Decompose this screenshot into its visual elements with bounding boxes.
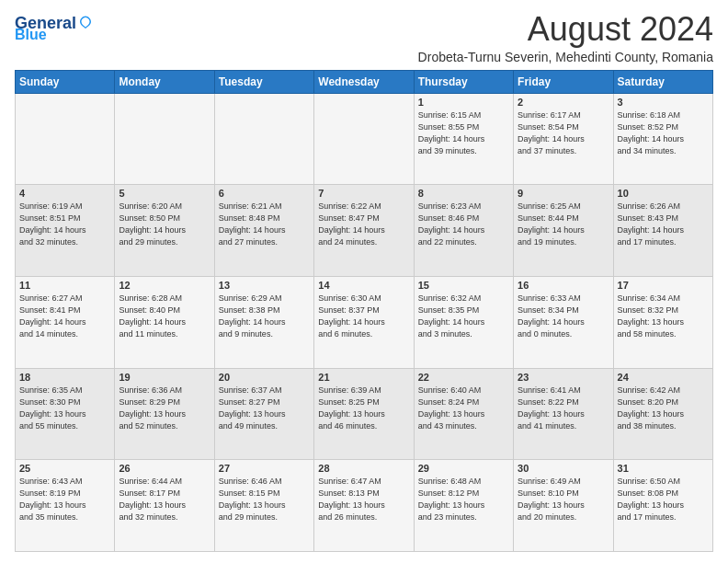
- day-number: 30: [518, 463, 609, 474]
- calendar-week-row: 11Sunrise: 6:27 AM Sunset: 8:41 PM Dayli…: [16, 276, 713, 368]
- calendar-cell: 5Sunrise: 6:20 AM Sunset: 8:50 PM Daylig…: [115, 185, 214, 277]
- day-info: Sunrise: 6:22 AM Sunset: 8:47 PM Dayligh…: [318, 201, 409, 248]
- logo-blue: Blue: [15, 28, 47, 42]
- calendar-cell: 12Sunrise: 6:28 AM Sunset: 8:40 PM Dayli…: [115, 276, 214, 368]
- day-info: Sunrise: 6:27 AM Sunset: 8:41 PM Dayligh…: [19, 293, 110, 340]
- calendar: SundayMondayTuesdayWednesdayThursdayFrid…: [15, 70, 713, 552]
- day-info: Sunrise: 6:20 AM Sunset: 8:50 PM Dayligh…: [119, 201, 210, 248]
- day-number: 15: [418, 280, 509, 291]
- calendar-cell: 18Sunrise: 6:35 AM Sunset: 8:30 PM Dayli…: [16, 368, 115, 460]
- calendar-week-row: 1Sunrise: 6:15 AM Sunset: 8:55 PM Daylig…: [16, 93, 713, 185]
- calendar-cell: 20Sunrise: 6:37 AM Sunset: 8:27 PM Dayli…: [214, 368, 313, 460]
- day-info: Sunrise: 6:33 AM Sunset: 8:34 PM Dayligh…: [518, 293, 609, 340]
- page: General Blue August 2024 Drobeta-Turnu S…: [0, 0, 728, 563]
- calendar-cell: 15Sunrise: 6:32 AM Sunset: 8:35 PM Dayli…: [414, 276, 513, 368]
- calendar-cell: 26Sunrise: 6:44 AM Sunset: 8:17 PM Dayli…: [115, 460, 214, 552]
- calendar-cell: 3Sunrise: 6:18 AM Sunset: 8:52 PM Daylig…: [613, 93, 712, 185]
- day-info: Sunrise: 6:50 AM Sunset: 8:08 PM Dayligh…: [618, 476, 709, 523]
- calendar-cell: 2Sunrise: 6:17 AM Sunset: 8:54 PM Daylig…: [514, 93, 613, 185]
- calendar-cell: 23Sunrise: 6:41 AM Sunset: 8:22 PM Dayli…: [514, 368, 613, 460]
- day-number: 6: [219, 188, 310, 199]
- day-info: Sunrise: 6:48 AM Sunset: 8:12 PM Dayligh…: [418, 476, 509, 523]
- day-number: 27: [219, 463, 310, 474]
- calendar-cell: [115, 93, 214, 185]
- day-number: 23: [518, 372, 609, 383]
- subtitle: Drobeta-Turnu Severin, Mehedinti County,…: [94, 50, 713, 64]
- day-info: Sunrise: 6:21 AM Sunset: 8:48 PM Dayligh…: [219, 201, 310, 248]
- day-info: Sunrise: 6:44 AM Sunset: 8:17 PM Dayligh…: [119, 476, 210, 523]
- calendar-cell: 10Sunrise: 6:26 AM Sunset: 8:43 PM Dayli…: [613, 185, 712, 277]
- day-info: Sunrise: 6:37 AM Sunset: 8:27 PM Dayligh…: [219, 385, 310, 432]
- day-info: Sunrise: 6:19 AM Sunset: 8:51 PM Dayligh…: [19, 201, 110, 248]
- day-number: 12: [119, 280, 210, 291]
- day-number: 8: [418, 188, 509, 199]
- calendar-cell: 11Sunrise: 6:27 AM Sunset: 8:41 PM Dayli…: [16, 276, 115, 368]
- day-number: 2: [518, 97, 609, 108]
- weekday-header-friday: Friday: [514, 70, 613, 93]
- calendar-cell: 1Sunrise: 6:15 AM Sunset: 8:55 PM Daylig…: [414, 93, 513, 185]
- day-number: 29: [418, 463, 509, 474]
- day-info: Sunrise: 6:40 AM Sunset: 8:24 PM Dayligh…: [418, 385, 509, 432]
- logo: General Blue: [15, 15, 94, 42]
- day-number: 17: [618, 280, 709, 291]
- calendar-cell: 21Sunrise: 6:39 AM Sunset: 8:25 PM Dayli…: [314, 368, 414, 460]
- calendar-cell: 7Sunrise: 6:22 AM Sunset: 8:47 PM Daylig…: [314, 185, 414, 277]
- calendar-cell: 22Sunrise: 6:40 AM Sunset: 8:24 PM Dayli…: [414, 368, 513, 460]
- month-title: August 2024: [94, 11, 713, 48]
- day-info: Sunrise: 6:35 AM Sunset: 8:30 PM Dayligh…: [19, 385, 110, 432]
- day-info: Sunrise: 6:46 AM Sunset: 8:15 PM Dayligh…: [219, 476, 310, 523]
- calendar-cell: 8Sunrise: 6:23 AM Sunset: 8:46 PM Daylig…: [414, 185, 513, 277]
- day-info: Sunrise: 6:17 AM Sunset: 8:54 PM Dayligh…: [518, 109, 609, 157]
- calendar-cell: 9Sunrise: 6:25 AM Sunset: 8:44 PM Daylig…: [514, 185, 613, 277]
- weekday-header-thursday: Thursday: [414, 70, 513, 93]
- calendar-cell: 29Sunrise: 6:48 AM Sunset: 8:12 PM Dayli…: [414, 460, 513, 552]
- calendar-cell: 14Sunrise: 6:30 AM Sunset: 8:37 PM Dayli…: [314, 276, 414, 368]
- calendar-cell: 6Sunrise: 6:21 AM Sunset: 8:48 PM Daylig…: [214, 185, 313, 277]
- calendar-cell: 13Sunrise: 6:29 AM Sunset: 8:38 PM Dayli…: [214, 276, 313, 368]
- calendar-cell: 28Sunrise: 6:47 AM Sunset: 8:13 PM Dayli…: [314, 460, 414, 552]
- day-number: 5: [119, 188, 210, 199]
- day-info: Sunrise: 6:29 AM Sunset: 8:38 PM Dayligh…: [219, 293, 310, 340]
- day-number: 4: [19, 188, 110, 199]
- weekday-header-monday: Monday: [115, 70, 214, 93]
- day-info: Sunrise: 6:18 AM Sunset: 8:52 PM Dayligh…: [618, 109, 709, 157]
- day-number: 1: [418, 97, 509, 108]
- calendar-week-row: 4Sunrise: 6:19 AM Sunset: 8:51 PM Daylig…: [16, 185, 713, 277]
- day-info: Sunrise: 6:25 AM Sunset: 8:44 PM Dayligh…: [518, 201, 609, 248]
- day-info: Sunrise: 6:30 AM Sunset: 8:37 PM Dayligh…: [318, 293, 409, 340]
- day-number: 19: [119, 372, 210, 383]
- day-info: Sunrise: 6:41 AM Sunset: 8:22 PM Dayligh…: [518, 385, 609, 432]
- calendar-cell: 4Sunrise: 6:19 AM Sunset: 8:51 PM Daylig…: [16, 185, 115, 277]
- calendar-cell: 16Sunrise: 6:33 AM Sunset: 8:34 PM Dayli…: [514, 276, 613, 368]
- calendar-cell: 19Sunrise: 6:36 AM Sunset: 8:29 PM Dayli…: [115, 368, 214, 460]
- day-info: Sunrise: 6:39 AM Sunset: 8:25 PM Dayligh…: [318, 385, 409, 432]
- calendar-cell: 17Sunrise: 6:34 AM Sunset: 8:32 PM Dayli…: [613, 276, 712, 368]
- day-info: Sunrise: 6:23 AM Sunset: 8:46 PM Dayligh…: [418, 201, 509, 248]
- day-info: Sunrise: 6:43 AM Sunset: 8:19 PM Dayligh…: [19, 476, 110, 523]
- day-number: 21: [318, 372, 409, 383]
- weekday-header-wednesday: Wednesday: [314, 70, 414, 93]
- day-info: Sunrise: 6:34 AM Sunset: 8:32 PM Dayligh…: [618, 293, 709, 340]
- calendar-cell: [314, 93, 414, 185]
- day-number: 3: [618, 97, 709, 108]
- day-number: 11: [19, 280, 110, 291]
- day-info: Sunrise: 6:49 AM Sunset: 8:10 PM Dayligh…: [518, 476, 609, 523]
- day-number: 13: [219, 280, 310, 291]
- day-number: 16: [518, 280, 609, 291]
- day-info: Sunrise: 6:47 AM Sunset: 8:13 PM Dayligh…: [318, 476, 409, 523]
- day-info: Sunrise: 6:28 AM Sunset: 8:40 PM Dayligh…: [119, 293, 210, 340]
- day-info: Sunrise: 6:36 AM Sunset: 8:29 PM Dayligh…: [119, 385, 210, 432]
- title-block: August 2024 Drobeta-Turnu Severin, Mehed…: [94, 11, 713, 64]
- weekday-header-sunday: Sunday: [16, 70, 115, 93]
- day-info: Sunrise: 6:32 AM Sunset: 8:35 PM Dayligh…: [418, 293, 509, 340]
- calendar-cell: 30Sunrise: 6:49 AM Sunset: 8:10 PM Dayli…: [514, 460, 613, 552]
- calendar-cell: [214, 93, 313, 185]
- calendar-cell: 31Sunrise: 6:50 AM Sunset: 8:08 PM Dayli…: [613, 460, 712, 552]
- day-number: 31: [618, 463, 709, 474]
- day-info: Sunrise: 6:26 AM Sunset: 8:43 PM Dayligh…: [618, 201, 709, 248]
- calendar-week-row: 25Sunrise: 6:43 AM Sunset: 8:19 PM Dayli…: [16, 460, 713, 552]
- day-number: 25: [19, 463, 110, 474]
- day-info: Sunrise: 6:15 AM Sunset: 8:55 PM Dayligh…: [418, 109, 509, 157]
- day-number: 10: [618, 188, 709, 199]
- weekday-header-tuesday: Tuesday: [214, 70, 313, 93]
